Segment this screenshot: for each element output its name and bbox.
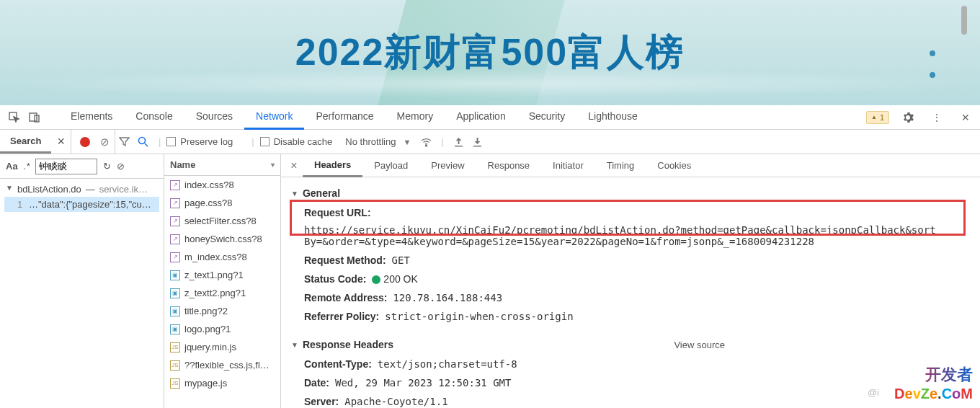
collapse-icon: ▼: [291, 190, 298, 198]
banner-title: 2022新财富500富人榜: [295, 27, 685, 78]
tab-sources[interactable]: Sources: [184, 105, 244, 130]
refresh-icon[interactable]: ↻: [103, 161, 111, 172]
file-item[interactable]: ▣z_textt2.png?1: [164, 284, 280, 302]
files-column: Name ▾ ↗index.css?8↗page.css?8↗selectFil…: [164, 154, 281, 408]
tab-application[interactable]: Application: [445, 105, 517, 130]
detail-tabs: × Headers Payload Preview Response Initi…: [281, 154, 980, 177]
referrer-policy-row: Referrer Policy: strict-origin-when-cros…: [291, 307, 970, 326]
tab-headers[interactable]: Headers: [303, 154, 362, 177]
search-panel-tab[interactable]: Search: [0, 130, 51, 154]
files-header[interactable]: Name ▾: [164, 154, 280, 176]
match-case-toggle[interactable]: Aa: [6, 161, 18, 172]
tab-security[interactable]: Security: [517, 105, 577, 130]
close-devtools-icon[interactable]: ✕: [956, 107, 976, 128]
chevron-down-icon[interactable]: ▼: [403, 138, 411, 146]
disable-cache-checkbox[interactable]: [260, 137, 270, 146]
file-item[interactable]: ↗selectFilter.css?8: [164, 212, 280, 230]
request-method-row: Request Method: GET: [291, 251, 970, 270]
file-item[interactable]: JS??flexible_css.js,fl…: [164, 356, 280, 374]
device-toolbar-icon[interactable]: [24, 107, 45, 128]
svg-rect-1: [30, 113, 37, 121]
content-type-row: Content-Type: text/json;charset=utf-8: [291, 355, 970, 373]
result-match[interactable]: 1 …"data":{"pagesize":15,"cu…: [4, 197, 159, 212]
general-section: ▼ General Request URL: https://service.i…: [281, 177, 980, 329]
search-input[interactable]: [35, 159, 97, 174]
regex-toggle[interactable]: .*: [24, 161, 30, 172]
svg-point-3: [139, 138, 146, 144]
file-item[interactable]: ↗page.css?8: [164, 194, 280, 212]
wifi-icon[interactable]: [416, 136, 435, 148]
preserve-log-checkbox[interactable]: [166, 137, 176, 146]
result-file-origin: service.ik…: [99, 184, 148, 195]
tab-memory[interactable]: Memory: [386, 105, 445, 130]
upload-icon[interactable]: [450, 136, 468, 147]
file-item[interactable]: ▣z_text1.png?1: [164, 266, 280, 284]
close-search-icon[interactable]: ×: [51, 134, 71, 149]
request-url-value[interactable]: https://service.ikuyu.cn/XinCaiFu2/pcrem…: [304, 224, 938, 247]
watermark-at: @i: [868, 387, 879, 398]
watermark-en: DevZe.CoM: [894, 386, 973, 402]
clear-results-icon[interactable]: ⊘: [117, 161, 125, 172]
view-source-link[interactable]: View source: [674, 340, 725, 350]
file-item[interactable]: ↗honeySwich.css?8: [164, 230, 280, 248]
tab-payload[interactable]: Payload: [362, 155, 419, 176]
file-item[interactable]: ▣logo.png?1: [164, 320, 280, 338]
expand-icon: ▼: [6, 184, 13, 195]
general-title: General: [303, 187, 340, 199]
throttling-select[interactable]: No throttling: [345, 136, 396, 147]
filter-icon[interactable]: [115, 136, 134, 147]
file-name: z_text1.png?1: [184, 270, 244, 280]
file-item[interactable]: ↗index.css?8: [164, 176, 280, 194]
js-file-icon: JS: [170, 360, 180, 371]
record-button[interactable]: [80, 137, 90, 147]
tab-performance[interactable]: Performance: [304, 105, 385, 130]
settings-icon[interactable]: [898, 107, 918, 128]
file-name: logo.png?1: [184, 324, 231, 334]
tab-network[interactable]: Network: [244, 105, 304, 130]
page-scrollbar[interactable]: [961, 6, 967, 35]
file-list: ↗index.css?8↗page.css?8↗selectFilter.css…: [164, 176, 280, 392]
request-method-value: GET: [392, 254, 410, 266]
tab-preview[interactable]: Preview: [419, 155, 476, 176]
inspect-element-icon[interactable]: [4, 107, 24, 128]
search-results: ▼ bdListAction.do — service.ik… 1 …"data…: [0, 179, 164, 215]
content-type-key: Content-Type:: [304, 358, 372, 370]
warnings-badge[interactable]: 1: [866, 111, 889, 124]
status-code-value: 200 OK: [372, 273, 417, 285]
status-code-row: Status Code: 200 OK: [291, 270, 970, 288]
file-item[interactable]: ↗m_index.css?8: [164, 248, 280, 266]
search-filter-row: Aa .* ↻ ⊘: [0, 154, 164, 179]
match-text: …"data":{"pagesize":15,"cu…: [29, 199, 151, 210]
file-name: m_index.css?8: [184, 252, 247, 262]
tab-timing[interactable]: Timing: [595, 155, 646, 176]
file-name: index.css?8: [184, 179, 234, 190]
more-icon[interactable]: ⋮: [927, 107, 947, 128]
file-item[interactable]: ▣title.png?2: [164, 302, 280, 320]
file-item[interactable]: JSjquery.min.js: [164, 338, 280, 356]
clear-icon[interactable]: ⊘: [96, 136, 115, 148]
tab-lighthouse[interactable]: Lighthouse: [576, 105, 649, 130]
referrer-policy-key: Referrer Policy:: [304, 311, 379, 322]
general-header[interactable]: ▼ General: [291, 183, 970, 203]
detail-column: × Headers Payload Preview Response Initi…: [281, 154, 980, 408]
date-value: Wed, 29 Mar 2023 12:50:31 GMT: [335, 377, 511, 389]
file-name: ??flexible_css.js,fl…: [184, 360, 270, 371]
referrer-policy-value: strict-origin-when-cross-origin: [385, 311, 573, 322]
tab-response[interactable]: Response: [476, 155, 542, 176]
disable-cache-label: Disable cache: [274, 136, 333, 147]
server-value: Apache-Coyote/1.1: [344, 396, 447, 407]
file-item[interactable]: JSmypage.js: [164, 374, 280, 392]
tab-console[interactable]: Console: [124, 105, 184, 130]
result-file[interactable]: ▼ bdListAction.do — service.ik…: [4, 182, 159, 197]
tab-cookies[interactable]: Cookies: [646, 155, 703, 176]
tab-elements[interactable]: Elements: [59, 105, 124, 130]
response-headers-header[interactable]: ▼ Response Headers View source: [291, 334, 970, 355]
search-icon[interactable]: [134, 136, 153, 147]
file-name: jquery.min.js: [184, 342, 236, 352]
watermark-cn: 开发者: [894, 364, 973, 386]
tab-initiator[interactable]: Initiator: [541, 155, 595, 176]
download-icon[interactable]: [468, 136, 487, 147]
close-detail-icon[interactable]: ×: [285, 159, 303, 172]
file-name: mypage.js: [184, 378, 227, 389]
img-file-icon: ▣: [170, 288, 180, 298]
